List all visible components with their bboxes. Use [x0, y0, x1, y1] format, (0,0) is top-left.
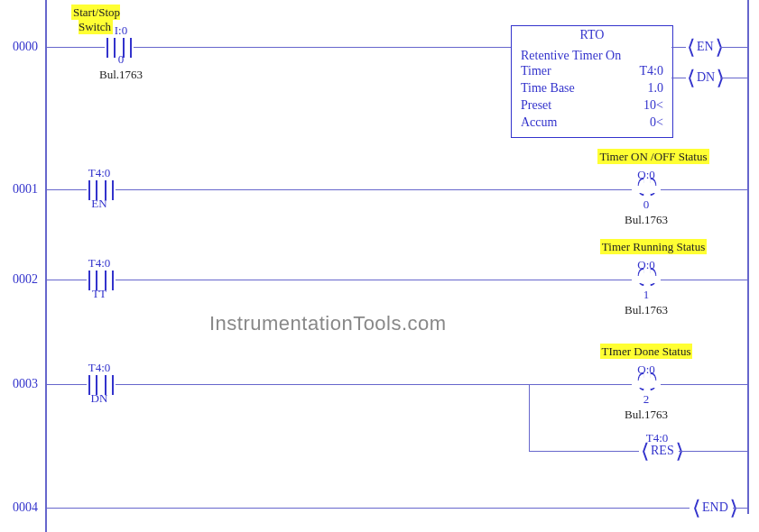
rung1-xic-address: T4:0: [63, 166, 135, 180]
rung0-dn-wire1: [671, 78, 686, 78]
watermark-text: InstrumentationTools.com: [209, 312, 447, 335]
rto-accum-label: Accum: [521, 115, 557, 132]
rung-number: 0001: [0, 182, 38, 197]
rung1-wire-m: [116, 189, 634, 190]
rung2-wire-r: [661, 280, 747, 280]
rung3-out-module: Bul.1763: [610, 408, 682, 422]
rung1-out-address: O:0: [610, 168, 682, 182]
rto-title: RTO: [512, 26, 672, 45]
rung2-wire-m: [116, 280, 634, 280]
rung1-title: Timer ON /OFF Status: [563, 150, 744, 164]
rung3-branch-vwire-l: [529, 384, 530, 451]
rung0-input-bit: 0: [85, 52, 157, 67]
rto-timebase-val: 1.0: [648, 80, 664, 97]
rto-timer-label: Timer: [521, 63, 551, 80]
rung0-input-address: I:0: [85, 23, 157, 38]
rung3-wire-r: [661, 384, 747, 385]
rung0-dn-wire2: [720, 78, 747, 78]
rung-number: 0003: [0, 377, 38, 391]
rung1-xic-bit: EN: [63, 197, 135, 211]
left-power-rail: [45, 0, 47, 532]
rung0-en-wire2: [720, 47, 747, 48]
rto-subtitle: Retentive Timer On: [521, 49, 663, 63]
rung1-out-module: Bul.1763: [610, 213, 682, 227]
rung4-wire: [47, 508, 690, 509]
rung2-title: Timer Running Status: [563, 240, 744, 254]
rung2-wire-l: [47, 280, 87, 280]
rung2-xic-bit: TT: [63, 287, 135, 301]
rto-preset-val: 10<: [643, 97, 663, 115]
rung0-input-module: Bul.1763: [85, 68, 157, 82]
rung3-branch-wire-l: [529, 451, 639, 452]
rung3-branch-vwire-r: [747, 384, 748, 451]
rung2-out-bit: 1: [610, 288, 682, 302]
rung-number: 0000: [0, 40, 38, 54]
rung1-out-bit: 0: [610, 197, 682, 212]
rung3-wire-m: [116, 384, 635, 385]
rung3-branch-wire-r: [679, 451, 747, 452]
rto-accum-val: 0<: [650, 115, 663, 132]
rto-timer-val: T4:0: [640, 63, 663, 80]
rto-preset-label: Preset: [521, 97, 551, 115]
rung3-out-address: O:0: [610, 362, 682, 377]
rung3-xic-address: T4:0: [63, 361, 135, 375]
rung0-wire-left: [47, 47, 105, 48]
rung1-wire-l: [47, 189, 87, 190]
rung-number: 0002: [0, 272, 38, 287]
rung2-out-module: Bul.1763: [610, 303, 682, 317]
rung3-xic-bit: DN: [63, 391, 135, 406]
rung0-wire-mid: [134, 47, 511, 48]
rung-number: 0004: [0, 500, 38, 515]
rung2-out-address: O:0: [610, 258, 682, 272]
rung3-wire-l: [47, 384, 87, 385]
rung3-title: TImer Done Status: [556, 344, 736, 359]
rto-timebase-label: Time Base: [521, 80, 575, 97]
rung1-wire-r: [661, 189, 747, 190]
rung4-wire-r: [733, 508, 747, 509]
rung0-en-wire1: [671, 47, 686, 48]
rto-timer-block: RTO Retentive Timer On TimerT4:0 Time Ba…: [511, 25, 673, 138]
rung3-out-bit: 2: [610, 392, 682, 407]
rung2-xic-address: T4:0: [63, 256, 135, 271]
en-coil-icon: ❬EN❭: [686, 39, 725, 54]
end-instruction-icon: ❬END❭: [691, 500, 739, 515]
